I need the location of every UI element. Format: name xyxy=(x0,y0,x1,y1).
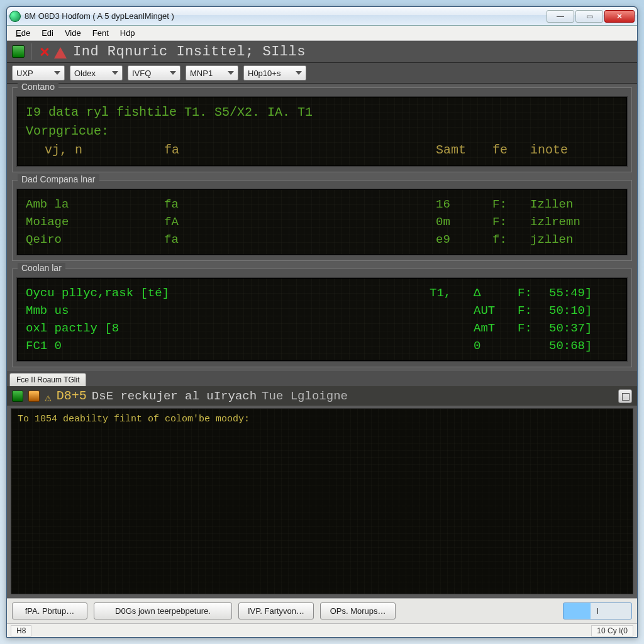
column-headers: vj, n fa Samt fe inote xyxy=(26,141,618,160)
menu-vide[interactable]: Vide xyxy=(60,27,86,39)
status-warn-icon[interactable] xyxy=(28,391,40,402)
toolbar-title: Ind Rqnuric Insittel; SIlls xyxy=(73,44,306,60)
caret-down-icon xyxy=(170,71,176,75)
caret-down-icon xyxy=(228,71,234,75)
window-controls: — ▭ ✕ xyxy=(547,10,635,23)
table-row: Mmb us AUT F: 50:10] xyxy=(26,302,618,319)
table-row: Qeiro fa e9 f: jzllen xyxy=(26,231,618,248)
menu-edi[interactable]: Edi xyxy=(36,27,58,39)
btn-ivp[interactable]: IVP. Fartyvon… xyxy=(238,602,314,619)
minimize-button[interactable]: — xyxy=(547,10,574,23)
info-line: Vorpgricue: xyxy=(26,122,618,141)
col-header: fe xyxy=(492,141,530,160)
status-alert-icon[interactable]: ⚠ xyxy=(45,391,52,402)
table-row: oxl pactly [8 AmT F: 50:37] xyxy=(26,319,618,337)
main-toolbar: Ind Rqnuric Insittel; SIlls xyxy=(7,41,637,63)
btn-fpa[interactable]: fPA. Pbrtup… xyxy=(12,602,87,619)
tab-log[interactable]: Fce II Roaum TGlit xyxy=(9,373,86,386)
progress-button[interactable]: I xyxy=(563,602,632,619)
clear-icon[interactable] xyxy=(38,45,50,58)
status-right: 10 Cy I(0 xyxy=(591,625,633,636)
col-header: fa xyxy=(164,141,214,160)
app-icon xyxy=(9,11,21,22)
combo-uxp[interactable]: UXP xyxy=(12,65,65,80)
group-legend: Contano xyxy=(18,82,58,92)
bottom-bar: fPA. Pbrtup… D0Gs jown teerpebpeture. IV… xyxy=(7,598,637,623)
terminal-mid: Amb la fa 16 F: Izllen Moiage fA 0m F: i… xyxy=(16,189,628,255)
info-line: I9 data ryl fishtile T1. S5/X2. IA. T1 xyxy=(26,103,618,122)
combo-hop10s[interactable]: H0p10+s xyxy=(243,65,306,80)
btn-dogs[interactable]: D0Gs jown teerpebpeture. xyxy=(94,602,232,619)
table-row: Moiage fA 0m F: izlremn xyxy=(26,213,618,231)
title-bar[interactable]: 8M O8D3 Hodfom ( A 5 dypLeanlMinget ) — … xyxy=(7,7,637,26)
caret-down-icon xyxy=(112,71,118,75)
maximize-button[interactable]: ▭ xyxy=(575,10,603,23)
log-expand-button[interactable] xyxy=(618,389,632,403)
window-title: 8M O8D3 Hodfom ( A 5 dypLeanlMinget ) xyxy=(25,11,547,21)
col-header: Samt xyxy=(436,141,492,160)
group-legend: Dad Compana lnar xyxy=(18,174,99,184)
toolbar-separator xyxy=(31,43,31,60)
combo-oldex[interactable]: Oldex xyxy=(70,65,123,80)
group-legend: Coolan lar xyxy=(18,263,65,273)
caret-down-icon xyxy=(296,71,302,75)
alert-icon[interactable] xyxy=(54,47,67,58)
group-coolan: Coolan lar Oycu pllyc,rask [té] T1, Δ F:… xyxy=(12,269,632,367)
filter-bar: UXP Oldex IVFQ MNP1 H0p10+s xyxy=(7,63,637,84)
caret-down-icon xyxy=(54,71,60,75)
combo-ivfq[interactable]: IVFQ xyxy=(128,65,180,80)
status-left: H8 xyxy=(11,625,31,636)
log-line: To 1054 deabilty filnt of colom'be moody… xyxy=(18,414,626,425)
col-header: vj, n xyxy=(26,141,164,160)
table-row: FC1 0 0 50:68] xyxy=(26,337,618,355)
log-title: DsE reckujer al uIryach xyxy=(92,389,257,403)
log-toolbar: ⚠ D8+5 DsE reckujer al uIryach Tue Lgloi… xyxy=(7,386,637,406)
table-row: Oycu pllyc,rask [té] T1, Δ F: 55:49] xyxy=(26,284,618,302)
terminal-top: I9 data ryl fishtile T1. S5/X2. IA. T1 V… xyxy=(16,96,628,167)
terminal-bot: Oycu pllyc,rask [té] T1, Δ F: 55:49] Mmb… xyxy=(16,277,628,362)
run-icon[interactable] xyxy=(12,45,25,58)
combo-mnp1[interactable]: MNP1 xyxy=(186,65,238,80)
menu-fent[interactable]: Fent xyxy=(87,27,114,39)
close-button[interactable]: ✕ xyxy=(604,10,635,23)
log-output[interactable]: To 1054 deabilty filnt of colom'be moody… xyxy=(11,408,633,594)
group-dad-compana: Dad Compana lnar Amb la fa 16 F: Izllen … xyxy=(12,180,632,261)
log-time: D8+5 xyxy=(57,389,87,403)
col-header: inote xyxy=(530,141,618,160)
table-row: Amb la fa 16 F: Izllen xyxy=(26,196,618,213)
menu-ede[interactable]: Ede xyxy=(11,27,35,39)
app-window: 8M O8D3 Hodfom ( A 5 dypLeanlMinget ) — … xyxy=(6,6,638,638)
status-ok-icon[interactable] xyxy=(12,391,23,402)
log-subtitle: Tue Lgloigne xyxy=(262,389,348,403)
menu-bar: Ede Edi Vide Fent Hdp xyxy=(7,26,637,41)
status-bar: H8 10 Cy I(0 xyxy=(7,623,637,637)
log-tabstrip: Fce II Roaum TGlit xyxy=(7,371,637,386)
menu-hdp[interactable]: Hdp xyxy=(115,27,140,39)
group-contano: Contano I9 data ryl fishtile T1. S5/X2. … xyxy=(12,87,632,172)
btn-ops[interactable]: OPs. Morups… xyxy=(320,602,396,619)
